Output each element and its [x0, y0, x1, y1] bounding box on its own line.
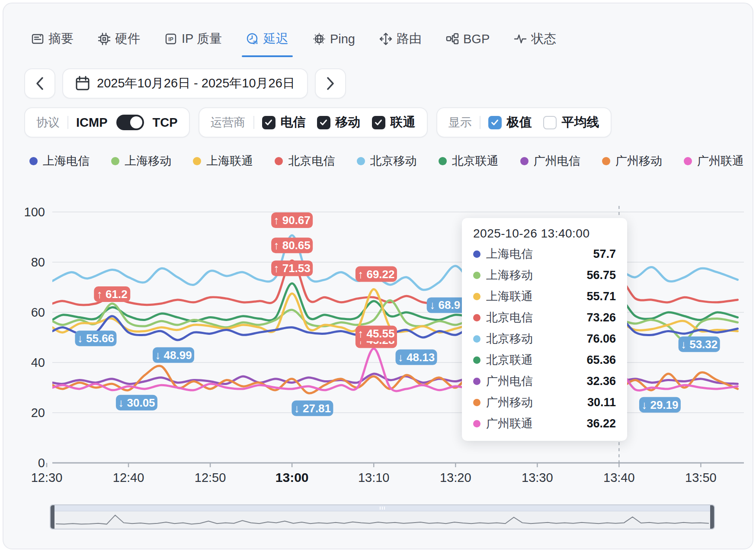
- tab-bar: 摘要硬件IPIP 质量24延迟Ping路由BGP状态: [31, 25, 556, 53]
- chevron-left-icon: [35, 76, 45, 91]
- ip-icon: IP: [164, 32, 177, 45]
- next-date-button[interactable]: [315, 68, 346, 99]
- legend-item[interactable]: 北京联通: [439, 153, 499, 169]
- legend-item[interactable]: 北京移动: [357, 153, 417, 169]
- carrier-checkbox-mobile[interactable]: 移动: [317, 114, 361, 131]
- legend-label: 上海电信: [43, 153, 90, 169]
- checkbox-icon: [543, 116, 557, 129]
- carrier-checkbox-unicom[interactable]: 联通: [372, 114, 416, 131]
- legend-dot: [111, 157, 119, 165]
- series-dot: [473, 378, 481, 385]
- svg-text:IP: IP: [168, 36, 173, 42]
- tooltip-row: 北京移动76.06: [473, 331, 616, 347]
- display-checkbox-extremes[interactable]: 极值: [488, 114, 532, 131]
- display-label: 显示: [448, 115, 472, 130]
- date-range-picker[interactable]: 2025年10月26日 - 2025年10月26日: [62, 68, 308, 99]
- carrier-label: 运营商: [211, 115, 246, 130]
- series-value: 56.75: [586, 269, 616, 282]
- bgp-icon: [446, 32, 459, 45]
- badge-text: ↓ 27.81: [294, 402, 331, 415]
- legend-item[interactable]: 广州联通: [684, 153, 744, 169]
- badge-text: ↑ 45.55: [358, 327, 394, 340]
- legend-item[interactable]: 广州移动: [602, 153, 662, 169]
- tab-latency[interactable]: 24延迟: [246, 30, 288, 48]
- tab-hardware[interactable]: 硬件: [98, 30, 140, 48]
- range-navigator[interactable]: [50, 504, 715, 530]
- divider: [67, 116, 68, 129]
- legend-dot: [439, 157, 447, 165]
- series-name: 北京联通: [486, 352, 533, 368]
- checkbox-label: 极值: [507, 114, 532, 131]
- legend-item[interactable]: 上海联通: [193, 153, 253, 169]
- max-badge: ↑ 69.22: [356, 266, 397, 282]
- x-axis-label: 13:10: [358, 471, 390, 485]
- navigator-left-handle[interactable]: [51, 505, 54, 529]
- max-badge: ↑ 80.65: [271, 237, 313, 253]
- tooltip-row: 北京电信73.26: [473, 310, 616, 325]
- legend-label: 广州移动: [615, 153, 662, 169]
- legend-item[interactable]: 北京电信: [275, 153, 335, 169]
- tooltip-rows: 上海电信57.7上海移动56.75上海联通55.71北京电信73.26北京移动7…: [473, 246, 616, 431]
- checkbox-icon: [488, 116, 502, 129]
- chevron-right-icon: [326, 76, 335, 91]
- legend-item[interactable]: 上海移动: [111, 153, 171, 169]
- series-dot: [473, 293, 481, 300]
- series-dot: [473, 399, 481, 406]
- y-axis-label: 20: [31, 406, 45, 420]
- display-control: 显示 极值平均线: [436, 107, 612, 138]
- tab-route[interactable]: 路由: [379, 30, 422, 48]
- y-axis-label: 100: [24, 205, 45, 219]
- max-badge: ↑ 45.55: [356, 326, 397, 341]
- display-checkbox-group: 极值平均线: [488, 114, 599, 131]
- tab-label: BGP: [463, 32, 490, 46]
- chart-legend: 上海电信上海移动上海联通北京电信北京移动北京联通广州电信广州移动广州联通: [29, 153, 744, 169]
- legend-label: 上海移动: [125, 153, 171, 169]
- tab-ip-quality[interactable]: IPIP 质量: [164, 30, 222, 48]
- prev-date-button[interactable]: [24, 68, 55, 99]
- legend-item[interactable]: 广州电信: [520, 153, 580, 169]
- legend-dot: [520, 157, 529, 165]
- y-axis-label: 0: [38, 456, 45, 470]
- tab-ping[interactable]: Ping: [313, 32, 355, 46]
- tooltip-row: 上海移动56.75: [473, 267, 616, 283]
- checkbox-icon: [262, 116, 275, 129]
- date-range-label: 2025年10月26日 - 2025年10月26日: [97, 75, 295, 92]
- badge-text: ↑ 90.67: [274, 214, 311, 227]
- tab-status[interactable]: 状态: [514, 30, 556, 48]
- max-badge: ↑ 71.53: [271, 260, 313, 276]
- badge-text: ↑ 71.53: [274, 262, 311, 275]
- x-axis-label: 12:40: [113, 471, 144, 485]
- badge-text: ↑ 61.2: [97, 288, 128, 301]
- series-value: 55.71: [586, 290, 616, 303]
- legend-label: 北京电信: [288, 153, 335, 169]
- tooltip-row: 上海联通55.71: [473, 289, 616, 304]
- navigator-right-handle[interactable]: [710, 505, 714, 529]
- tooltip-row: 上海电信57.7: [473, 246, 616, 262]
- max-badge: ↑ 90.67: [271, 212, 313, 228]
- badge-text: ↑ 80.65: [274, 239, 311, 252]
- protocol-option-tcp: TCP: [153, 116, 178, 130]
- date-navigation: 2025年10月26日 - 2025年10月26日: [24, 68, 346, 99]
- display-checkbox-average-line[interactable]: 平均线: [543, 114, 599, 131]
- checkbox-label: 平均线: [562, 114, 599, 131]
- navigator-grip-icon: [380, 507, 385, 510]
- navigator-drag-bar[interactable]: [51, 505, 714, 511]
- series-dot: [473, 420, 481, 427]
- badge-text: ↑ 69.22: [358, 268, 394, 281]
- globe-icon: [313, 32, 326, 45]
- series-name: 广州移动: [486, 395, 533, 410]
- legend-dot: [357, 157, 365, 165]
- calendar-icon: [75, 76, 90, 91]
- summary-icon: [31, 32, 44, 45]
- tab-summary[interactable]: 摘要: [31, 30, 74, 48]
- legend-item[interactable]: 上海电信: [29, 153, 90, 169]
- series-dot: [473, 250, 481, 258]
- filter-controls: 协议 ICMP TCP 运营商 电信移动联通 显示 极值平均线: [24, 107, 612, 138]
- chart-tooltip: 2025-10-26 13:40:00 上海电信57.7上海移动56.75上海联…: [462, 218, 627, 441]
- legend-dot: [275, 157, 283, 165]
- tab-bgp[interactable]: BGP: [446, 32, 490, 46]
- legend-dot: [193, 157, 201, 165]
- protocol-toggle[interactable]: [116, 115, 144, 130]
- carrier-checkbox-telecom[interactable]: 电信: [262, 114, 306, 131]
- svg-text:24: 24: [253, 40, 258, 45]
